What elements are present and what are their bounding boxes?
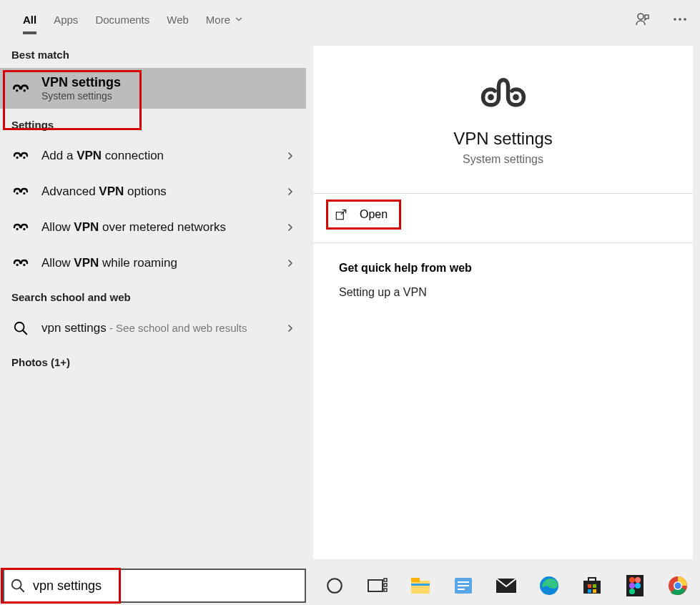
svg-point-33: [629, 583, 635, 589]
svg-rect-20: [458, 581, 469, 583]
section-best-match: Best match: [0, 39, 306, 68]
svg-rect-26: [588, 584, 591, 588]
svg-rect-28: [588, 589, 591, 593]
vpn-hero-icon: [478, 74, 528, 117]
section-photos: Photos (1+): [0, 346, 306, 375]
tab-all[interactable]: All: [14, 0, 45, 39]
search-filter-tabs: All Apps Documents Web More: [0, 0, 700, 39]
chevron-right-icon: [285, 222, 296, 233]
search-icon: [10, 318, 31, 339]
taskbar-search[interactable]: [3, 569, 306, 603]
svg-point-31: [629, 577, 635, 583]
svg-rect-21: [458, 585, 469, 586]
svg-rect-15: [384, 589, 387, 591]
tab-more[interactable]: More: [197, 0, 252, 39]
chevron-right-icon: [285, 257, 296, 269]
search-icon: [10, 578, 26, 594]
vpn-icon: [10, 217, 31, 238]
taskbar-store-icon[interactable]: [581, 574, 603, 597]
best-match-item[interactable]: VPN settings System settings: [0, 68, 306, 109]
taskbar-chrome-icon[interactable]: [666, 574, 689, 597]
vpn-icon: [10, 181, 31, 202]
taskbar-figma-icon[interactable]: [623, 574, 646, 597]
chevron-right-icon: [285, 150, 296, 162]
divider: [313, 193, 693, 194]
vpn-icon: [10, 78, 31, 99]
preview-subtitle: System settings: [320, 153, 686, 166]
tab-apps[interactable]: Apps: [45, 0, 87, 39]
svg-rect-29: [593, 589, 596, 593]
svg-point-32: [635, 577, 641, 583]
svg-point-35: [629, 589, 635, 594]
svg-rect-16: [411, 581, 430, 594]
chevron-right-icon: [285, 186, 296, 197]
svg-rect-12: [368, 580, 383, 591]
taskbar-mail-icon[interactable]: [495, 574, 518, 597]
tab-web[interactable]: Web: [158, 0, 197, 39]
settings-item-advanced-vpn[interactable]: Advanced VPN options: [0, 174, 306, 210]
svg-point-38: [675, 583, 681, 589]
taskbar-explorer-icon[interactable]: [409, 574, 432, 597]
section-settings: Settings: [0, 109, 306, 138]
open-external-icon: [334, 207, 348, 222]
settings-item-add-vpn[interactable]: Add a VPN connection: [0, 138, 306, 174]
svg-rect-13: [384, 579, 387, 581]
preview-panel: VPN settings System settings Open Get qu…: [313, 46, 693, 559]
svg-rect-25: [583, 581, 601, 594]
quick-help-header: Get quick help from web: [313, 243, 693, 282]
preview-title: VPN settings: [320, 129, 686, 149]
svg-rect-14: [384, 584, 387, 586]
quick-link-setup-vpn[interactable]: Setting up a VPN: [313, 282, 693, 303]
svg-point-34: [635, 583, 641, 589]
search-input[interactable]: [33, 579, 299, 594]
settings-item-vpn-roaming[interactable]: Allow VPN while roaming: [0, 245, 306, 281]
section-search-web: Search school and web: [0, 281, 306, 310]
chevron-down-icon: [234, 14, 244, 24]
results-list: Best match VPN settings System settings …: [0, 39, 306, 566]
vpn-icon: [10, 145, 31, 167]
vpn-icon: [10, 252, 31, 274]
open-label: Open: [360, 208, 388, 221]
best-match-subtitle: System settings: [41, 90, 121, 102]
taskbar-edge-icon[interactable]: [538, 574, 561, 597]
chevron-right-icon: [285, 323, 296, 334]
tab-documents[interactable]: Documents: [87, 0, 158, 39]
taskbar-cortana-icon[interactable]: [323, 574, 346, 597]
svg-point-11: [327, 579, 342, 593]
open-button[interactable]: Open: [334, 207, 388, 222]
more-options-icon[interactable]: [670, 9, 690, 29]
svg-rect-22: [458, 589, 465, 590]
taskbar: [0, 566, 700, 605]
svg-rect-17: [411, 578, 420, 582]
svg-rect-18: [411, 584, 430, 586]
taskbar-taskview-icon[interactable]: [366, 574, 389, 597]
best-match-title: VPN settings: [41, 75, 121, 90]
svg-rect-27: [593, 584, 596, 588]
taskbar-app-icon[interactable]: [452, 574, 475, 597]
feedback-icon[interactable]: [633, 9, 653, 29]
web-search-item[interactable]: vpn settings - See school and web result…: [0, 310, 306, 346]
settings-item-vpn-metered[interactable]: Allow VPN over metered networks: [0, 210, 306, 245]
